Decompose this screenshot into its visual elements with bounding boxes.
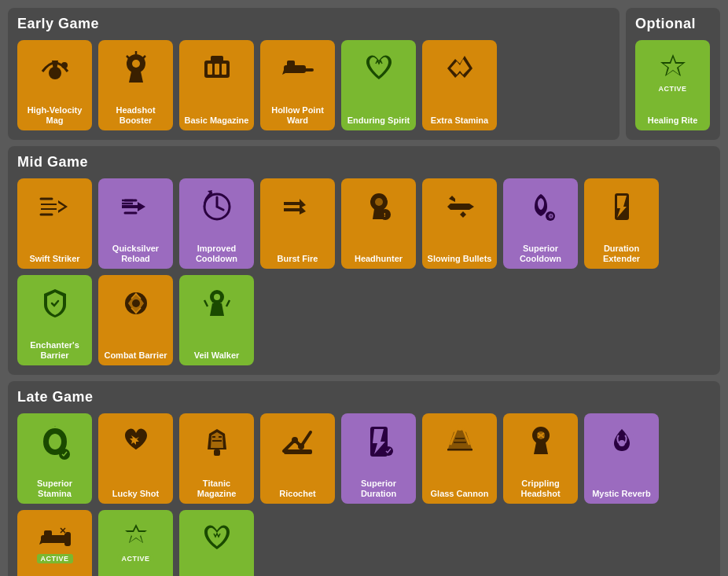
superior-duration-label: Superior Duration xyxy=(344,477,413,499)
superior-duration-icon xyxy=(341,418,416,465)
card-healing-rite[interactable]: ACTIVE Healing Rite xyxy=(635,40,710,130)
card-burst-fire[interactable]: Burst Fire xyxy=(260,178,335,269)
late-game-cards: Superior Stamina Lucky Shot xyxy=(17,413,711,576)
lucky-shot-label: Lucky Shot xyxy=(112,487,159,499)
svg-point-14 xyxy=(375,198,383,206)
enduring-spirit-label: Enduring Spirit xyxy=(347,114,410,126)
card-extra-stamina[interactable]: Extra Stamina xyxy=(422,40,497,130)
extra-stamina-label: Extra Stamina xyxy=(431,114,488,126)
crippling-headshot-label: Crippling Headshot xyxy=(506,477,575,499)
page-wrapper: Early Game High-Velocity Mag xyxy=(8,8,720,576)
headshot-booster-icon xyxy=(98,45,173,92)
quicksilver-reload-label: Quicksilver Reload xyxy=(101,242,170,264)
early-game-header: Early Game xyxy=(17,16,610,32)
card-lucky-shot[interactable]: Lucky Shot xyxy=(98,413,173,504)
card-superior-stamina[interactable]: Superior Stamina xyxy=(17,413,92,504)
superior-stamina-label: Superior Stamina xyxy=(20,477,89,499)
hollow-point-ward-label: Hollow Point Ward xyxy=(263,104,332,126)
card-high-velocity-mag[interactable]: High-Velocity Mag xyxy=(17,40,92,130)
svg-point-23 xyxy=(214,294,220,300)
card-headshot-booster[interactable]: Headshot Booster xyxy=(98,40,173,130)
card-enduring-spirit[interactable]: Enduring Spirit xyxy=(341,40,416,130)
basic-magazine-label: Basic Magazine xyxy=(185,114,249,126)
card-veil-walker[interactable]: Veil Walker xyxy=(179,275,254,365)
svg-point-34 xyxy=(619,440,625,446)
lucky-shot-icon xyxy=(98,418,173,465)
card-glass-cannon[interactable]: Glass Cannon xyxy=(422,413,497,504)
svg-point-31 xyxy=(457,424,463,431)
card-quicksilver-reload[interactable]: Quicksilver Reload xyxy=(98,178,173,269)
card-mystic-reverb[interactable]: Mystic Reverb xyxy=(584,413,659,504)
card-shadow-weave[interactable]: ACTIVE Shadow Weave xyxy=(98,510,173,576)
mid-game-cards: Swift Striker Quicksilver Reload xyxy=(17,178,711,365)
quicksilver-reload-icon xyxy=(98,183,173,230)
hollow-point-ward-icon xyxy=(260,45,335,92)
svg-point-1 xyxy=(61,62,68,68)
combat-barrier-icon xyxy=(98,280,173,327)
card-hollow-point-ward[interactable]: Hollow Point Ward xyxy=(260,40,335,130)
svg-rect-7 xyxy=(222,64,226,75)
card-superior-cooldown[interactable]: ⚙ Superior Cooldown xyxy=(503,178,578,269)
card-silencer[interactable]: ACTIVE Silencer xyxy=(17,510,92,576)
card-superior-duration[interactable]: Superior Duration xyxy=(341,413,416,504)
crippling-headshot-icon xyxy=(503,418,578,465)
early-game-cards: High-Velocity Mag Headshot Booster xyxy=(17,40,610,130)
svg-text:!: ! xyxy=(384,211,386,218)
swift-striker-label: Swift Striker xyxy=(29,252,79,264)
glass-cannon-icon xyxy=(422,418,497,465)
mid-game-section: Mid Game Swift Striker xyxy=(8,146,720,375)
svg-point-27 xyxy=(298,443,304,449)
svg-rect-28 xyxy=(284,449,312,454)
superior-cooldown-icon: ⚙ xyxy=(503,183,578,230)
card-slowing-bullets[interactable]: Slowing Bullets xyxy=(422,178,497,269)
slowing-bullets-label: Slowing Bullets xyxy=(428,252,492,264)
card-leech[interactable]: Leech xyxy=(179,510,254,576)
duration-extender-icon xyxy=(584,183,659,230)
shadow-weave-active-badge: ACTIVE xyxy=(117,554,153,563)
card-swift-striker[interactable]: Swift Striker xyxy=(17,178,92,269)
swift-striker-icon xyxy=(17,183,92,230)
extra-stamina-icon xyxy=(422,45,497,92)
card-crippling-headshot[interactable]: Crippling Headshot xyxy=(503,413,578,504)
svg-rect-6 xyxy=(215,64,219,75)
svg-point-3 xyxy=(132,60,140,68)
mystic-reverb-label: Mystic Reverb xyxy=(592,487,651,499)
svg-text:⚙: ⚙ xyxy=(548,213,553,220)
card-duration-extender[interactable]: Duration Extender xyxy=(584,178,659,269)
card-combat-barrier[interactable]: Combat Barrier xyxy=(98,275,173,365)
superior-cooldown-label: Superior Cooldown xyxy=(506,242,575,264)
svg-rect-25 xyxy=(214,449,220,456)
improved-cooldown-icon xyxy=(179,183,254,230)
glass-cannon-label: Glass Cannon xyxy=(431,487,489,499)
optional-section: Optional ACTIVE Healing Rite xyxy=(626,8,720,140)
late-game-section: Late Game Superior Stamina xyxy=(8,381,720,576)
card-basic-magazine[interactable]: Basic Magazine xyxy=(179,40,254,130)
combat-barrier-label: Combat Barrier xyxy=(104,349,167,361)
enchanters-barrier-icon xyxy=(17,280,92,327)
card-ricochet[interactable]: Ricochet xyxy=(260,413,335,504)
svg-rect-37 xyxy=(44,530,52,537)
card-headhunter[interactable]: ! Headhunter xyxy=(341,178,416,269)
card-improved-cooldown[interactable]: Improved Cooldown xyxy=(179,178,254,269)
svg-rect-11 xyxy=(287,61,295,67)
ricochet-label: Ricochet xyxy=(279,487,315,499)
silencer-active-badge: ACTIVE xyxy=(36,554,72,563)
duration-extender-label: Duration Extender xyxy=(587,242,656,264)
slowing-bullets-icon xyxy=(422,183,497,230)
optional-header: Optional xyxy=(635,16,711,32)
svg-rect-8 xyxy=(211,56,223,62)
svg-point-26 xyxy=(292,437,298,443)
high-velocity-mag-icon xyxy=(17,45,92,92)
card-enchanters-barrier[interactable]: Enchanter's Barrier xyxy=(17,275,92,365)
headhunter-icon: ! xyxy=(341,183,416,230)
card-titanic-magazine[interactable]: Titanic Magazine xyxy=(179,413,254,504)
top-row: Early Game High-Velocity Mag xyxy=(8,8,720,140)
enchanters-barrier-label: Enchanter's Barrier xyxy=(20,339,89,361)
high-velocity-mag-label: High-Velocity Mag xyxy=(20,104,89,126)
mid-game-header: Mid Game xyxy=(17,154,711,171)
svg-rect-10 xyxy=(304,68,314,72)
optional-cards: ACTIVE Healing Rite xyxy=(635,40,711,130)
svg-rect-36 xyxy=(64,532,71,546)
early-game-section: Early Game High-Velocity Mag xyxy=(8,8,620,140)
late-game-header: Late Game xyxy=(17,389,711,405)
